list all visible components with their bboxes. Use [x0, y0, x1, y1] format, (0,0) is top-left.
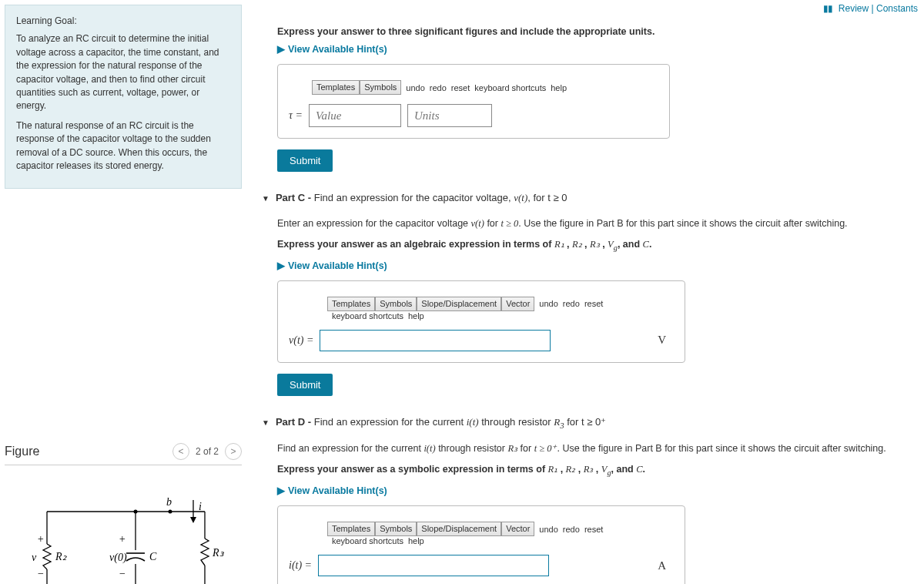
learning-goal-p2: The natural response of an RC circuit is…	[16, 119, 230, 173]
top-hints-toggle[interactable]: ▶View Available Hint(s)	[277, 43, 916, 55]
top-submit-button[interactable]: Submit	[277, 149, 333, 172]
learning-goal-box: Learning Goal: To analyze an RC circuit …	[5, 5, 242, 189]
templates-button[interactable]: Templates	[327, 522, 375, 536]
learning-goal-p1: To analyze an RC circuit to determine th…	[16, 32, 230, 112]
review-link[interactable]: Review	[839, 3, 869, 14]
help-button[interactable]: help	[551, 83, 567, 92]
svg-point-9	[169, 510, 172, 514]
constants-link[interactable]: Constants	[876, 3, 918, 14]
partD-input-label: i(t) =	[289, 559, 312, 572]
figure-next-button[interactable]: >	[225, 443, 242, 460]
partC-hints-toggle[interactable]: ▶View Available Hint(s)	[277, 260, 916, 271]
slope-button[interactable]: Slope/Displacement	[417, 297, 501, 311]
figure-title: Figure	[5, 445, 39, 458]
templates-button[interactable]: Templates	[312, 80, 360, 95]
label-v0: v(0)	[109, 552, 127, 564]
label-minus-2: −	[119, 568, 126, 579]
label-b: b	[166, 496, 172, 508]
reset-button[interactable]: reset	[584, 525, 603, 534]
help-button[interactable]: help	[408, 311, 424, 321]
figure-panel: Figure < 2 of 2 >	[5, 443, 242, 584]
redo-button[interactable]: redo	[563, 525, 580, 534]
partC-expression-input[interactable]	[320, 330, 551, 351]
label-plus-1: +	[37, 533, 44, 545]
caret-down-icon: ▼	[262, 194, 270, 203]
partD-header[interactable]: ▼ Part D - Find an expression for the cu…	[262, 416, 916, 430]
partC-submit-button[interactable]: Submit	[277, 374, 333, 396]
figure-counter: 2 of 2	[196, 446, 219, 457]
top-links: ▮▮ Review | Constants	[823, 3, 918, 14]
label-C: C	[149, 551, 157, 562]
symbols-button[interactable]: Symbols	[375, 297, 417, 311]
partC-answer-box: Templates Symbols Slope/Displacement Vec…	[277, 280, 685, 363]
help-button[interactable]: help	[408, 536, 424, 545]
label-plus-2: +	[119, 533, 126, 545]
redo-button[interactable]: redo	[563, 299, 580, 308]
top-answer-box: Templates Symbols undo redo reset keyboa…	[277, 64, 670, 139]
partD-unit: A	[658, 559, 666, 572]
triangle-right-icon: ▶	[277, 43, 285, 55]
vector-button[interactable]: Vector	[501, 522, 534, 536]
partD-desc1: Find an expression for the current i(t) …	[277, 441, 916, 456]
keyboard-shortcuts-button[interactable]: keyboard shortcuts	[474, 83, 546, 92]
partD-hints-toggle[interactable]: ▶View Available Hint(s)	[277, 485, 916, 496]
figure-prev-button[interactable]: <	[172, 443, 189, 460]
symbols-button[interactable]: Symbols	[360, 80, 401, 95]
tau-label: τ =	[289, 109, 303, 122]
constants-icon: ▮▮	[823, 3, 832, 14]
partC-unit: V	[658, 334, 666, 347]
units-input[interactable]	[407, 104, 492, 127]
partC-desc2: Express your answer as an algebraic expr…	[277, 237, 916, 253]
partD-expression-input[interactable]	[318, 555, 549, 576]
partC-header[interactable]: ▼ Part C - Find an expression for the ca…	[262, 192, 916, 204]
reset-button[interactable]: reset	[584, 299, 603, 308]
svg-marker-12	[190, 517, 196, 523]
label-minus-1: −	[37, 568, 44, 579]
label-R3: R₃	[212, 547, 225, 559]
reset-button[interactable]: reset	[451, 83, 470, 92]
undo-button[interactable]: undo	[539, 299, 557, 308]
redo-button[interactable]: redo	[430, 83, 447, 92]
partC-input-label: v(t) =	[289, 334, 313, 347]
symbols-button[interactable]: Symbols	[375, 522, 417, 536]
label-R2: R₂	[55, 551, 67, 562]
triangle-right-icon: ▶	[277, 485, 285, 496]
vector-button[interactable]: Vector	[501, 297, 534, 311]
partD-answer-box: Templates Symbols Slope/Displacement Vec…	[277, 505, 685, 584]
undo-button[interactable]: undo	[406, 83, 424, 92]
partD-desc2: Express your answer as a symbolic expres…	[277, 462, 916, 478]
label-i: i	[199, 501, 202, 512]
label-v: v	[32, 552, 37, 563]
top-instruction: Express your answer to three significant…	[277, 26, 916, 37]
circuit-diagram: b i R₃ R₂ C v v(0) + − + −	[20, 488, 236, 584]
value-input[interactable]	[309, 104, 401, 127]
templates-button[interactable]: Templates	[327, 297, 375, 311]
svg-point-10	[134, 510, 138, 514]
keyboard-shortcuts-button[interactable]: keyboard shortcuts	[332, 536, 403, 545]
partC-desc1: Enter an expression for the capacitor vo…	[277, 216, 916, 231]
learning-goal-title: Learning Goal:	[16, 15, 230, 28]
caret-down-icon: ▼	[262, 418, 270, 427]
keyboard-shortcuts-button[interactable]: keyboard shortcuts	[332, 311, 403, 321]
triangle-right-icon: ▶	[277, 260, 285, 271]
undo-button[interactable]: undo	[539, 525, 557, 534]
slope-button[interactable]: Slope/Displacement	[417, 522, 501, 536]
